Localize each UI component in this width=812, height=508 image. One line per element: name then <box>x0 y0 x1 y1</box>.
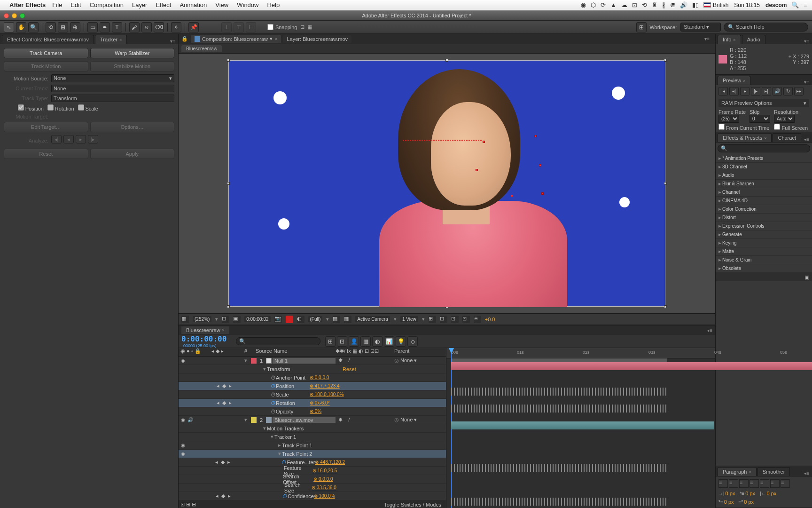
add-keyframe-icon[interactable]: ◆ <box>220 493 226 499</box>
track-point[interactable] <box>541 192 544 195</box>
composition-viewer[interactable] <box>179 54 715 313</box>
window-zoom-button[interactable] <box>20 13 25 18</box>
comp-lock-icon[interactable]: 🔒 <box>181 36 188 42</box>
property-row[interactable]: ◂◆▸⏱ Confidence⊗ 100.0% <box>179 492 446 500</box>
smoother-tab[interactable]: Smoother <box>757 467 790 476</box>
toggle-switches-button[interactable]: Toggle Switches / Modes <box>384 502 446 508</box>
space-after-field[interactable]: ≡* 0 px <box>739 499 754 505</box>
stabilize-motion-button[interactable]: Stabilize Motion <box>90 61 175 71</box>
exposure-value[interactable]: +0.0 <box>485 317 495 322</box>
video-toggle-icon[interactable]: ◉ <box>180 451 186 457</box>
camera-select[interactable]: Active Camera <box>355 316 390 322</box>
zoom-level[interactable]: (252%) <box>193 316 211 322</box>
rotate-tool[interactable]: ⟲ <box>46 22 56 32</box>
transparency-grid-icon[interactable]: ▦ <box>333 316 340 323</box>
property-value[interactable]: ⊗ 0.0,0.0 <box>310 375 394 380</box>
warp-stabilizer-button[interactable]: Warp Stabilizer <box>90 48 175 58</box>
effects-search-input[interactable]: 🔍 <box>718 144 810 152</box>
menu-edit[interactable]: Edit <box>70 1 81 8</box>
camera-tool[interactable]: ⊞ <box>58 22 68 32</box>
timecode-icon[interactable]: ⊡ <box>462 316 470 323</box>
info-tab[interactable]: Info× <box>718 35 741 44</box>
play-button[interactable]: ▸ <box>740 87 750 95</box>
work-area-bar[interactable] <box>451 358 667 362</box>
workspace-select[interactable]: Standard ▾ <box>680 23 721 32</box>
keyframe-lane[interactable] <box>451 405 667 413</box>
property-row[interactable]: ◂◆▸⏱ Position⊗ 417.7,123.4 <box>179 382 446 390</box>
add-keyframe-icon[interactable]: ◆ <box>220 459 226 465</box>
bbox-handle[interactable] <box>445 59 448 62</box>
justify-last-left-button[interactable]: ≡ <box>750 479 759 488</box>
roi-icon[interactable]: ▣ <box>233 316 241 323</box>
effects-presets-tab[interactable]: Effects & Presets× <box>718 133 772 142</box>
twirl-icon[interactable]: ▸ <box>718 198 721 203</box>
effects-category-item[interactable]: ▸* Animation Presets <box>716 154 812 163</box>
local-axis-icon[interactable]: ⊥ <box>221 22 232 32</box>
effects-category-item[interactable]: ▸Keying <box>716 239 812 247</box>
panel-menu-icon[interactable]: ▾≡ <box>804 137 809 142</box>
battery-icon[interactable]: ▮▯ <box>692 1 699 8</box>
wifi-icon[interactable]: ⋐ <box>670 1 675 8</box>
frame-blend-icon[interactable]: ▦ <box>360 336 371 347</box>
auto-keyframe-icon[interactable]: ◇ <box>407 336 418 347</box>
track-point[interactable] <box>539 164 541 167</box>
first-frame-button[interactable]: |◂ <box>718 87 728 95</box>
layer-name[interactable]: Null 1 <box>273 358 336 364</box>
twirl-icon[interactable]: ▸ <box>718 265 721 271</box>
full-screen-checkbox[interactable]: Full Screen <box>774 124 808 131</box>
bbox-handle[interactable] <box>227 59 230 62</box>
preview-tab[interactable]: Preview× <box>718 76 750 85</box>
character-tab[interactable]: Charact <box>773 133 801 142</box>
twirl-icon[interactable]: ▸ <box>718 172 721 178</box>
clock[interactable]: Sun 18:15 <box>734 2 760 8</box>
justify-last-center-button[interactable]: ≡ <box>760 479 769 488</box>
twirl-icon[interactable]: ▸ <box>718 223 721 229</box>
draft-3d-icon[interactable]: ⊡ <box>337 336 347 347</box>
loop-button[interactable]: ↻ <box>783 87 793 95</box>
zoom-tool[interactable]: 🔍 <box>28 22 39 32</box>
pen-tool[interactable]: ✒ <box>100 22 110 32</box>
effects-category-item[interactable]: ▸Generate <box>716 230 812 239</box>
stopwatch-icon[interactable]: ⏱ <box>271 375 276 381</box>
timeline-search-input[interactable]: 🔍 <box>236 337 320 345</box>
property-value[interactable]: ⊗ 448.7,120.2 <box>315 460 396 465</box>
property-row[interactable]: ⏱ Opacity⊗ 0% <box>179 407 446 416</box>
notification-center-icon[interactable]: ≡ <box>804 1 807 8</box>
snapshot-icon[interactable]: 📷 <box>274 316 282 323</box>
composition-canvas[interactable] <box>228 60 665 307</box>
effects-category-item[interactable]: ▸CINEMA 4D <box>716 197 812 205</box>
current-time[interactable]: 0:00:00:02 <box>244 316 270 322</box>
property-group-row[interactable]: ▾ Motion Trackers <box>179 424 446 433</box>
twirl-icon[interactable]: ▾ <box>263 425 266 431</box>
pixel-aspect-icon[interactable]: ▦ <box>344 316 351 323</box>
bbox-handle[interactable] <box>664 182 667 185</box>
track-point[interactable] <box>511 195 513 197</box>
audio-toggle-icon[interactable]: 🔊 <box>187 417 194 423</box>
effects-category-item[interactable]: ▸Channel <box>716 188 812 197</box>
effects-category-item[interactable]: ▸Obsolete <box>716 264 812 273</box>
motion-blur-icon[interactable]: ◐ <box>372 336 383 347</box>
puppet-tool[interactable]: 📌 <box>188 22 199 32</box>
exposure-icon[interactable]: ☀ <box>474 316 481 323</box>
twirl-icon[interactable]: ▾ <box>244 417 247 422</box>
timeline-tab[interactable]: Bluescreenraw × <box>181 326 229 334</box>
timemachine-icon[interactable]: ⟲ <box>642 1 647 8</box>
guides-icon[interactable]: ⊡ <box>440 316 447 323</box>
effects-category-item[interactable]: ▸3D Channel <box>716 163 812 171</box>
layer-bar[interactable] <box>451 421 714 429</box>
brush-tool[interactable]: 🖌 <box>129 22 140 32</box>
property-value[interactable]: ⊗ 0% <box>310 409 394 414</box>
justify-last-right-button[interactable]: ≡ <box>770 479 780 488</box>
view-layout-select[interactable]: 1 View <box>400 316 418 322</box>
effects-category-item[interactable]: ▸Expression Controls <box>716 222 812 230</box>
panel-menu-icon[interactable]: ▾≡ <box>804 39 809 44</box>
mask-icon[interactable]: ◐ <box>297 316 304 323</box>
display-icon[interactable]: ⊡ <box>632 1 637 8</box>
world-axis-icon[interactable]: ⊤ <box>234 22 244 32</box>
indent-right-field[interactable]: |← 0 px <box>760 491 776 496</box>
spotlight-icon[interactable]: 🔍 <box>791 1 799 8</box>
timeline-tracks-area[interactable]: 00s 01s 02s 03s 04s 05s 06s <box>446 348 715 508</box>
stopwatch-icon[interactable]: ⏱ <box>281 460 287 465</box>
property-row[interactable]: ◂◆▸⏱ Rotation⊗ 0x-6.0° <box>179 399 446 407</box>
reset-link[interactable]: Reset <box>343 366 446 372</box>
